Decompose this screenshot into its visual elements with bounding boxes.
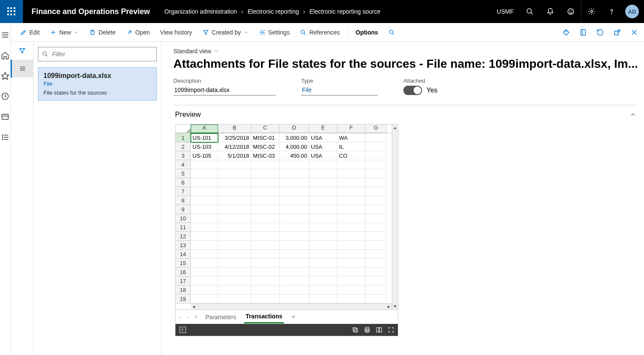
row-header[interactable]: 5 — [175, 169, 191, 178]
cell[interactable] — [218, 214, 251, 223]
cell[interactable] — [365, 214, 387, 223]
cell[interactable] — [337, 286, 365, 294]
cell[interactable] — [309, 160, 337, 169]
print-icon[interactable] — [364, 326, 371, 333]
cell[interactable] — [309, 294, 337, 303]
attached-toggle[interactable] — [403, 86, 422, 95]
cell[interactable] — [309, 277, 337, 286]
row-header[interactable]: 6 — [175, 178, 191, 187]
filter-input[interactable] — [52, 51, 153, 58]
cell[interactable] — [218, 241, 251, 250]
cell[interactable] — [218, 232, 251, 241]
preview-header[interactable]: Preview — [173, 105, 638, 124]
cell[interactable] — [218, 294, 251, 303]
row-header[interactable]: 2 — [175, 142, 191, 151]
cell[interactable] — [191, 259, 218, 268]
cell[interactable] — [191, 214, 218, 223]
cell[interactable] — [218, 250, 251, 259]
cell[interactable] — [309, 187, 337, 196]
cell[interactable] — [337, 187, 365, 196]
cell[interactable] — [251, 160, 279, 169]
home-nav[interactable] — [0, 50, 10, 61]
cell[interactable] — [191, 250, 218, 259]
cell[interactable] — [365, 294, 387, 303]
cell[interactable] — [309, 286, 337, 294]
notifications-button[interactable] — [540, 0, 561, 23]
vertical-scrollbar[interactable]: ▲ ▼ — [392, 124, 398, 309]
workspaces-nav[interactable] — [0, 112, 10, 122]
column-header[interactable]: B — [218, 124, 251, 133]
cell[interactable] — [251, 286, 279, 294]
cell[interactable] — [337, 223, 365, 232]
scroll-right-icon[interactable]: ► — [387, 304, 391, 309]
column-header[interactable]: C — [251, 124, 279, 133]
cell[interactable]: MISC-01 — [251, 133, 279, 142]
cell[interactable]: WA — [337, 133, 365, 142]
row-header[interactable]: 9 — [175, 205, 191, 214]
cell[interactable] — [279, 169, 309, 178]
cell[interactable] — [251, 250, 279, 259]
column-header[interactable]: F — [337, 124, 365, 133]
cell[interactable]: US-101 — [191, 133, 218, 142]
description-input[interactable] — [173, 84, 276, 95]
breadcrumb-item[interactable]: Organization administration — [162, 8, 239, 15]
edit-button[interactable]: Edit — [16, 26, 44, 38]
cell[interactable] — [191, 232, 218, 241]
row-header[interactable]: 19 — [175, 294, 191, 303]
filter-input-wrapper[interactable] — [38, 47, 157, 61]
cell[interactable] — [365, 259, 387, 268]
cell[interactable] — [365, 232, 387, 241]
cell[interactable] — [251, 268, 279, 277]
cell[interactable] — [251, 169, 279, 178]
sheet-next-button[interactable]: › — [187, 314, 188, 320]
cell[interactable] — [309, 223, 337, 232]
row-header[interactable]: 11 — [175, 223, 191, 232]
cell[interactable] — [191, 286, 218, 294]
row-header[interactable]: 3 — [175, 151, 191, 160]
cell[interactable] — [279, 178, 309, 187]
cell[interactable] — [365, 160, 387, 169]
cell[interactable] — [218, 196, 251, 205]
column-header[interactable]: D — [279, 124, 309, 133]
filter-pane-button[interactable] — [11, 42, 34, 60]
cell[interactable] — [309, 169, 337, 178]
cell[interactable] — [337, 250, 365, 259]
cell[interactable] — [218, 178, 251, 187]
cell[interactable]: CO — [337, 151, 365, 160]
row-header[interactable]: 7 — [175, 187, 191, 196]
cell[interactable] — [218, 160, 251, 169]
cell[interactable]: US-103 — [191, 142, 218, 151]
cell[interactable]: 3/25/2018 — [218, 133, 251, 142]
scroll-left-icon[interactable]: ◄ — [192, 304, 196, 309]
settings-button[interactable] — [581, 0, 601, 23]
refresh-button[interactable] — [594, 26, 607, 39]
cell[interactable] — [251, 223, 279, 232]
cell[interactable] — [309, 259, 337, 268]
row-header[interactable]: 4 — [175, 160, 191, 169]
cell[interactable] — [337, 214, 365, 223]
excel-icon[interactable]: X — [179, 326, 187, 334]
cell[interactable]: 4,000.00 — [279, 142, 309, 151]
sheet-prev-button[interactable]: ‹ — [179, 314, 181, 320]
cell[interactable] — [279, 205, 309, 214]
view-mode-icon[interactable] — [376, 326, 382, 333]
cell[interactable] — [337, 169, 365, 178]
cell[interactable] — [309, 214, 337, 223]
cell[interactable] — [279, 259, 309, 268]
cell[interactable]: 3,000.00 — [279, 133, 309, 142]
cell[interactable] — [337, 160, 365, 169]
cell[interactable] — [365, 178, 387, 187]
cell[interactable] — [251, 294, 279, 303]
cell[interactable] — [279, 250, 309, 259]
help-button[interactable] — [601, 0, 622, 23]
cell[interactable] — [279, 241, 309, 250]
row-header[interactable]: 10 — [175, 214, 191, 223]
cell[interactable] — [279, 214, 309, 223]
cell[interactable] — [365, 286, 387, 294]
cell[interactable]: MISC-02 — [251, 142, 279, 151]
breadcrumb-item[interactable]: Electronic reporting — [245, 8, 302, 15]
fullscreen-icon[interactable] — [388, 326, 394, 333]
cell[interactable] — [337, 196, 365, 205]
cell[interactable]: 450.00 — [279, 151, 309, 160]
list-item[interactable]: 1099import-data.xlsx File File states fo… — [38, 67, 157, 101]
